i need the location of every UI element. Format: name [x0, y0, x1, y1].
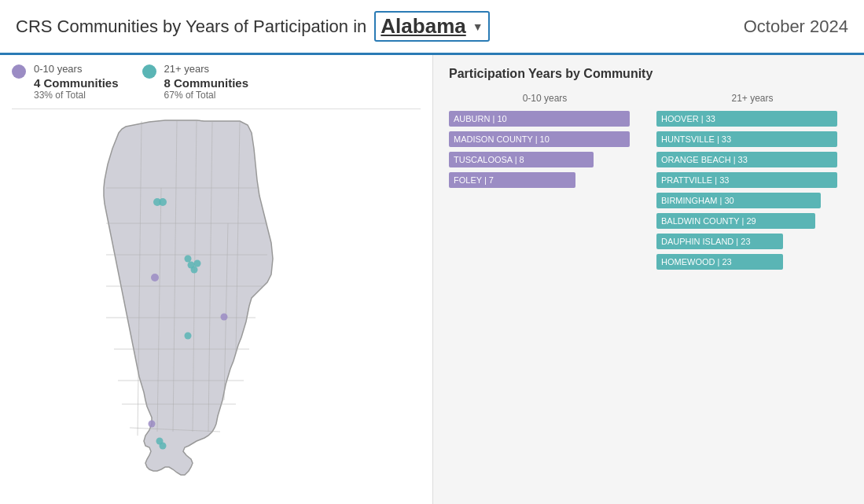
legend-years-long: 21+ years — [164, 63, 249, 75]
page-header: CRS Communities by Years of Participatio… — [0, 0, 864, 55]
legend-communities-long: 8 Communities — [164, 76, 249, 90]
legend-years-short: 0-10 years — [34, 63, 119, 75]
legend-dot-short — [12, 64, 26, 79]
bar-row: ORANGE BEACH | 33 — [656, 151, 848, 168]
map-dot — [191, 267, 198, 274]
alabama-svg — [98, 117, 334, 479]
right-panel: Participation Years by Community 0-10 ye… — [432, 55, 864, 504]
legend: 0-10 years 4 Communities 33% of Total 21… — [12, 63, 421, 109]
bar-row: HUNTSVILLE | 33 — [656, 131, 848, 148]
legend-pct-long: 67% of Total — [164, 90, 249, 101]
bar-label: MADISON COUNTY | 10 — [449, 131, 630, 147]
bar-label: HUNTSVILLE | 33 — [656, 131, 837, 147]
legend-pct-short: 33% of Total — [34, 90, 119, 101]
long-years-header: 21+ years — [656, 93, 848, 104]
date-display: October 2024 — [744, 17, 848, 37]
bar-label: FOLEY | 7 — [449, 172, 575, 188]
bar-row: DAUPHIN ISLAND | 23 — [656, 233, 848, 250]
title-prefix: CRS Communities by Years of Participatio… — [16, 17, 366, 37]
long-years-column: 21+ years HOOVER | 33HUNTSVILLE | 33ORAN… — [656, 93, 848, 274]
map-container — [12, 117, 421, 471]
chart-title: Participation Years by Community — [449, 67, 848, 81]
main-content: 0-10 years 4 Communities 33% of Total 21… — [0, 55, 864, 504]
bar-row: HOOVER | 33 — [656, 110, 848, 127]
map-dot — [160, 443, 167, 450]
bar-label: BALDWIN COUNTY | 29 — [656, 213, 815, 229]
map-dot — [194, 260, 201, 267]
bar-row: PRATTVILLE | 33 — [656, 171, 848, 189]
bar-label: ORANGE BEACH | 33 — [656, 152, 837, 167]
bar-row: BIRMINGHAM | 30 — [656, 192, 848, 209]
bar-label: PRATTVILLE | 33 — [656, 172, 837, 188]
bar-row: TUSCALOOSA | 8 — [449, 151, 641, 168]
legend-communities-short: 4 Communities — [34, 76, 119, 90]
page-title: CRS Communities by Years of Participatio… — [16, 11, 744, 42]
map-dot — [221, 314, 228, 321]
bar-row: FOLEY | 7 — [449, 171, 641, 189]
bar-label: DAUPHIN ISLAND | 23 — [656, 234, 783, 249]
bar-row: AUBURN | 10 — [449, 110, 641, 127]
legend-text-short: 0-10 years 4 Communities 33% of Total — [34, 63, 119, 101]
map-dot — [149, 421, 156, 428]
alabama-map — [98, 117, 334, 471]
map-dot — [151, 274, 159, 281]
bar-label: HOMEWOOD | 23 — [656, 254, 783, 270]
dropdown-arrow-icon[interactable]: ▼ — [472, 20, 483, 33]
legend-item-long: 21+ years 8 Communities 67% of Total — [142, 63, 249, 101]
short-bars-container: AUBURN | 10MADISON COUNTY | 10TUSCALOOSA… — [449, 110, 641, 189]
short-years-column: 0-10 years AUBURN | 10MADISON COUNTY | 1… — [449, 93, 641, 274]
bar-row: HOMEWOOD | 23 — [656, 253, 848, 270]
map-dot — [185, 256, 192, 263]
bar-label: BIRMINGHAM | 30 — [656, 193, 821, 208]
legend-text-long: 21+ years 8 Communities 67% of Total — [164, 63, 249, 101]
map-dot — [185, 333, 192, 340]
left-panel: 0-10 years 4 Communities 33% of Total 21… — [0, 55, 432, 504]
bar-label: TUSCALOOSA | 8 — [449, 152, 594, 167]
legend-item-short: 0-10 years 4 Communities 33% of Total — [12, 63, 119, 101]
chart-area: 0-10 years AUBURN | 10MADISON COUNTY | 1… — [449, 93, 848, 274]
bar-row: BALDWIN COUNTY | 29 — [656, 212, 848, 230]
long-bars-container: HOOVER | 33HUNTSVILLE | 33ORANGE BEACH |… — [656, 110, 848, 270]
state-label: Alabama — [381, 14, 465, 39]
svg-marker-0 — [104, 120, 273, 475]
bar-row: MADISON COUNTY | 10 — [449, 131, 641, 148]
map-dot — [159, 198, 167, 206]
bar-label: HOOVER | 33 — [656, 111, 837, 127]
short-years-header: 0-10 years — [449, 93, 641, 104]
legend-dot-long — [142, 64, 156, 79]
state-selector[interactable]: Alabama ▼ — [374, 11, 489, 42]
bar-label: AUBURN | 10 — [449, 111, 630, 127]
